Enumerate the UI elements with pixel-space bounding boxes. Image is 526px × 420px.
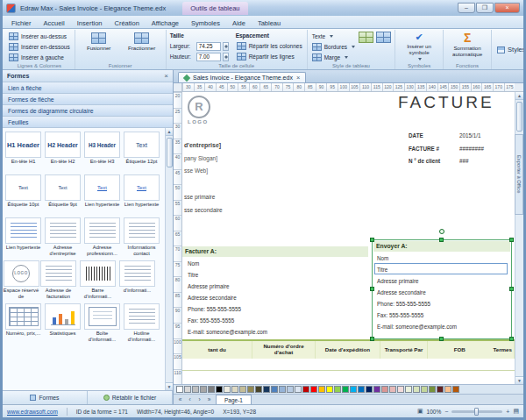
invoice-meta-row[interactable]: N ° de client ### [409, 158, 484, 167]
selection-handle[interactable] [509, 287, 514, 291]
last-page-icon[interactable]: » [204, 396, 214, 402]
minimize-button[interactable]: – [458, 3, 475, 13]
palette-color-swatch[interactable] [397, 386, 404, 393]
palette-color-swatch[interactable] [350, 386, 357, 393]
palette-color-swatch[interactable] [295, 386, 302, 393]
invoice-column-header[interactable]: tant du [182, 341, 252, 359]
scroll-down-icon[interactable]: ▼ [515, 376, 523, 384]
palette-color-swatch[interactable] [192, 386, 199, 393]
palette-color-swatch[interactable] [421, 386, 428, 393]
palette-color-swatch[interactable] [444, 386, 451, 393]
shapes-tab-button[interactable]: Formes [3, 391, 88, 404]
bill-to-field[interactable]: Phone: 555-555-5555 [188, 303, 267, 315]
shape-tile[interactable]: Adresse de facturation [39, 259, 78, 302]
palette-color-swatch[interactable] [366, 386, 373, 393]
invoice-meta-row[interactable]: FACTURE # ######## [409, 146, 484, 154]
insert-row-column-button[interactable]: Insérer au-dessus [8, 32, 71, 41]
scroll-down-icon[interactable]: ▼ [166, 382, 174, 390]
bill-to-field[interactable]: Titre [188, 269, 267, 281]
palette-color-swatch[interactable] [326, 386, 333, 393]
shape-section-header[interactable]: Lien à flèche [3, 82, 173, 94]
close-button[interactable]: × [494, 3, 520, 13]
palette-color-swatch[interactable] [263, 386, 270, 393]
width-input[interactable]: 74.25 [196, 42, 221, 51]
zoom-level[interactable]: 100% [427, 409, 442, 415]
shape-tile[interactable]: Informations contact [122, 216, 161, 259]
zoom-in-button[interactable]: + [506, 409, 509, 415]
invoice-meta-row[interactable]: DATE 2015/1/1 [409, 132, 484, 141]
panel-close-icon[interactable]: × [164, 72, 168, 80]
distribute-button[interactable]: Répartir les lignes [236, 52, 303, 61]
palette-color-swatch[interactable] [342, 386, 349, 393]
palette-color-swatch[interactable] [224, 386, 231, 393]
invoice-title[interactable]: FACTURE [398, 93, 494, 112]
ribbon-tab[interactable]: Création [108, 18, 145, 28]
palette-color-swatch[interactable] [302, 386, 309, 393]
styles-button[interactable]: Styles [492, 30, 526, 69]
distribute-button[interactable]: Répartir les colonnes [236, 41, 303, 51]
document-page[interactable]: R LOGO FACTURE d'entreprise] pany Slogan… [182, 92, 515, 384]
ribbon-tab[interactable]: Aide [226, 18, 252, 28]
palette-color-swatch[interactable] [381, 386, 388, 393]
bill-to-field[interactable]: E-mail: someone@example.com [188, 326, 267, 338]
previous-page-icon[interactable]: ‹ [185, 396, 195, 402]
palette-color-swatch[interactable] [287, 386, 294, 393]
borders-button[interactable]: Bordures [311, 42, 356, 52]
table-style-preview-icon[interactable] [376, 32, 391, 43]
address-primary-line[interactable]: sse primaire [184, 194, 215, 200]
shape-tile[interactable]: Adresse professionn... [82, 216, 122, 259]
page-tab[interactable]: Page-1 [216, 395, 252, 404]
palette-color-swatch[interactable] [184, 386, 191, 393]
company-web-line[interactable]: sse Web] [184, 167, 208, 174]
merge-split-button[interactable]: Fractionner [122, 32, 162, 52]
palette-color-swatch[interactable] [452, 386, 459, 393]
rotation-handle[interactable] [439, 229, 444, 234]
shape-tile[interactable]: H1 Header En-tête H1 [4, 130, 43, 173]
ribbon-tab[interactable]: Tableau [252, 18, 287, 28]
restore-file-button[interactable]: Rétablir le fichier [88, 391, 173, 404]
ribbon-tab[interactable]: Symboles [185, 18, 226, 28]
bill-to-field[interactable]: Nom [188, 258, 267, 269]
palette-color-swatch[interactable] [208, 386, 215, 393]
shape-tile[interactable]: H2 Header En-tête H2 [43, 130, 82, 173]
shape-tile[interactable]: Adresse d'entreprise [43, 216, 82, 259]
palette-color-swatch[interactable] [318, 386, 325, 393]
height-input[interactable]: 7.00 [196, 53, 221, 61]
insert-row-column-button[interactable]: Insérer à gauche [8, 53, 71, 62]
text-style-button[interactable]: Texte [311, 32, 356, 41]
merge-split-button[interactable]: Fusionner [79, 32, 119, 52]
invoice-table-header[interactable]: tant duNuméro d'ordre d'achatDate d'expé… [182, 339, 515, 359]
palette-color-swatch[interactable] [437, 386, 444, 393]
document-close-icon[interactable]: × [296, 74, 300, 82]
ship-to-selected-group[interactable]: Envoyer A: NomTitreAdresse primaireAdres… [372, 239, 512, 339]
palette-color-swatch[interactable] [358, 386, 365, 393]
ship-to-field[interactable]: Phone: 555-555-5555 [377, 298, 457, 310]
shape-section-header[interactable]: Formes de diagramme circulaire [3, 105, 173, 117]
scroll-up-icon[interactable]: ▲ [166, 128, 174, 136]
shape-tile[interactable]: Barre d'informati... [78, 259, 117, 302]
scroll-up-icon[interactable]: ▲ [515, 92, 523, 100]
selection-handle[interactable] [370, 238, 374, 242]
invoice-column-header[interactable]: Termes [491, 341, 515, 359]
palette-color-swatch[interactable] [413, 386, 420, 393]
palette-color-swatch[interactable] [310, 386, 317, 393]
zoom-slider-thumb[interactable] [474, 408, 479, 416]
document-tab[interactable]: Sales Invoice - Elegance Theme.edx × [178, 72, 306, 82]
ship-to-field[interactable]: Nom [377, 253, 457, 264]
invoice-table-empty-row[interactable] [182, 359, 515, 371]
selection-handle[interactable] [509, 337, 514, 341]
table-style-preview-icon[interactable] [359, 32, 373, 43]
palette-color-swatch[interactable] [231, 386, 238, 393]
palette-color-swatch[interactable] [373, 386, 380, 393]
invoice-logo-placeholder[interactable]: R LOGO [188, 96, 223, 125]
zoom-fit-icon[interactable]: ▣ [417, 408, 423, 415]
shapes-panel-scrollbar[interactable]: ▲ ▼ [165, 128, 173, 390]
company-slogan-line[interactable]: pany Slogan] [184, 155, 217, 161]
export-office-side-tab[interactable]: Exporter à Office [515, 134, 523, 215]
height-stepper[interactable] [223, 53, 229, 61]
palette-color-swatch[interactable] [216, 386, 223, 393]
palette-color-swatch[interactable] [176, 386, 183, 393]
palette-color-swatch[interactable] [334, 386, 341, 393]
website-link[interactable]: www.edrawsoft.com [7, 409, 58, 415]
auto-sum-button[interactable]: Σ Sommation automatique [447, 32, 487, 58]
